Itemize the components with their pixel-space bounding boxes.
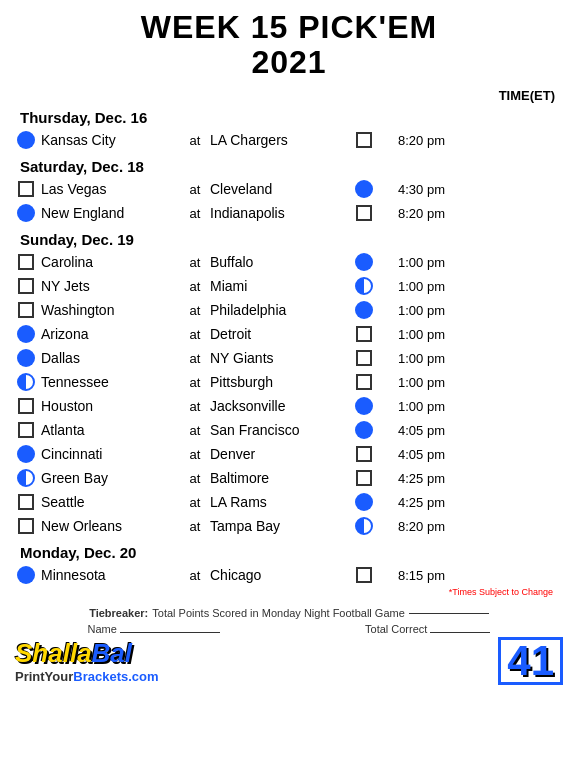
away-team-name: Baltimore	[210, 470, 349, 486]
pick-empty[interactable]	[356, 470, 372, 486]
away-team-name: Buffalo	[210, 254, 349, 270]
times-note: *Times Subject to Change	[15, 587, 563, 597]
pick-filled	[17, 204, 35, 222]
page-title: WEEK 15 PICK'EM2021	[15, 10, 563, 80]
pick-empty[interactable]	[18, 422, 34, 438]
away-pick-indicator[interactable]	[353, 419, 375, 441]
game-time: 4:30 pm	[375, 182, 445, 197]
home-team-name: Las Vegas	[41, 181, 106, 197]
home-team-name: Cincinnati	[41, 446, 102, 462]
pick-empty[interactable]	[18, 518, 34, 534]
home-team-name: Carolina	[41, 254, 93, 270]
away-pick-indicator[interactable]	[353, 129, 375, 151]
at-text: at	[180, 351, 210, 366]
table-row: DallasatNY Giants1:00 pm	[15, 346, 563, 370]
shalla-text: Shalla	[15, 638, 92, 668]
away-pick-indicator[interactable]	[353, 347, 375, 369]
home-team-name: Tennessee	[41, 374, 109, 390]
table-row: AtlantaatSan Francisco4:05 pm	[15, 418, 563, 442]
game-time: 1:00 pm	[375, 351, 445, 366]
pick-empty[interactable]	[356, 374, 372, 390]
pick-filled	[355, 253, 373, 271]
away-team-name: Philadelphia	[210, 302, 349, 318]
time-header: TIME(ET)	[499, 88, 555, 103]
home-pick-indicator[interactable]	[15, 371, 37, 393]
home-team-name: Dallas	[41, 350, 80, 366]
pick-half	[17, 469, 35, 487]
home-pick-indicator[interactable]	[15, 564, 37, 586]
table-row: ArizonaatDetroit1:00 pm	[15, 322, 563, 346]
pick-empty[interactable]	[356, 326, 372, 342]
pick-half	[355, 277, 373, 295]
tiebreaker-answer[interactable]	[409, 613, 489, 614]
home-pick-indicator[interactable]	[15, 419, 37, 441]
home-team-name: Kansas City	[41, 132, 116, 148]
away-pick-indicator[interactable]	[353, 323, 375, 345]
total-correct-label: Total Correct	[365, 623, 490, 635]
home-pick-indicator[interactable]	[15, 443, 37, 465]
away-pick-indicator[interactable]	[353, 299, 375, 321]
game-time: 1:00 pm	[375, 375, 445, 390]
day-header: Thursday, Dec. 16	[15, 109, 563, 126]
table-row: CincinnatiatDenver4:05 pm	[15, 442, 563, 466]
at-text: at	[180, 303, 210, 318]
home-pick-indicator[interactable]	[15, 251, 37, 273]
away-team-name: Jacksonville	[210, 398, 349, 414]
away-pick-indicator[interactable]	[353, 251, 375, 273]
away-pick-indicator[interactable]	[353, 443, 375, 465]
home-pick-indicator[interactable]	[15, 467, 37, 489]
away-pick-indicator[interactable]	[353, 202, 375, 224]
home-pick-indicator[interactable]	[15, 395, 37, 417]
table-row: Las VegasatCleveland4:30 pm	[15, 177, 563, 201]
pick-empty[interactable]	[356, 446, 372, 462]
pick-empty[interactable]	[18, 254, 34, 270]
home-pick-indicator[interactable]	[15, 299, 37, 321]
table-row: WashingtonatPhiladelphia1:00 pm	[15, 298, 563, 322]
away-pick-indicator[interactable]	[353, 564, 375, 586]
away-pick-indicator[interactable]	[353, 178, 375, 200]
pick-empty[interactable]	[18, 494, 34, 510]
home-pick-indicator[interactable]	[15, 515, 37, 537]
away-pick-indicator[interactable]	[353, 491, 375, 513]
pick-empty[interactable]	[18, 278, 34, 294]
print-your-text: PrintYour	[15, 669, 73, 684]
home-pick-indicator[interactable]	[15, 491, 37, 513]
game-time: 1:00 pm	[375, 327, 445, 342]
pick-empty[interactable]	[356, 132, 372, 148]
table-row: MinnesotaatChicago8:15 pm	[15, 563, 563, 587]
away-pick-indicator[interactable]	[353, 275, 375, 297]
home-pick-indicator[interactable]	[15, 347, 37, 369]
away-team-name: NY Giants	[210, 350, 349, 366]
pick-empty[interactable]	[356, 350, 372, 366]
home-pick-indicator[interactable]	[15, 178, 37, 200]
away-pick-indicator[interactable]	[353, 467, 375, 489]
away-pick-indicator[interactable]	[353, 371, 375, 393]
table-row: NY JetsatMiami1:00 pm	[15, 274, 563, 298]
home-pick-indicator[interactable]	[15, 129, 37, 151]
home-team-name: Minnesota	[41, 567, 106, 583]
home-pick-indicator[interactable]	[15, 202, 37, 224]
tiebreaker-label: Tiebreaker:	[89, 607, 148, 619]
at-text: at	[180, 447, 210, 462]
home-team-name: Arizona	[41, 326, 88, 342]
game-time: 1:00 pm	[375, 255, 445, 270]
pick-empty[interactable]	[18, 181, 34, 197]
away-team-name: Indianapolis	[210, 205, 349, 221]
away-team-name: Pittsburgh	[210, 374, 349, 390]
pick-empty[interactable]	[356, 205, 372, 221]
pick-empty[interactable]	[18, 398, 34, 414]
home-team-name: New Orleans	[41, 518, 122, 534]
pick-empty[interactable]	[356, 567, 372, 583]
away-pick-indicator[interactable]	[353, 515, 375, 537]
game-time: 4:05 pm	[375, 447, 445, 462]
home-pick-indicator[interactable]	[15, 275, 37, 297]
branding-shallabai: ShallaBal PrintYourBrackets.com	[15, 638, 159, 684]
home-pick-indicator[interactable]	[15, 323, 37, 345]
away-team-name: San Francisco	[210, 422, 349, 438]
pick-empty[interactable]	[18, 302, 34, 318]
home-team-name: Houston	[41, 398, 93, 414]
away-pick-indicator[interactable]	[353, 395, 375, 417]
pick-filled	[17, 566, 35, 584]
table-row: Green BayatBaltimore4:25 pm	[15, 466, 563, 490]
table-row: New OrleansatTampa Bay8:20 pm	[15, 514, 563, 538]
